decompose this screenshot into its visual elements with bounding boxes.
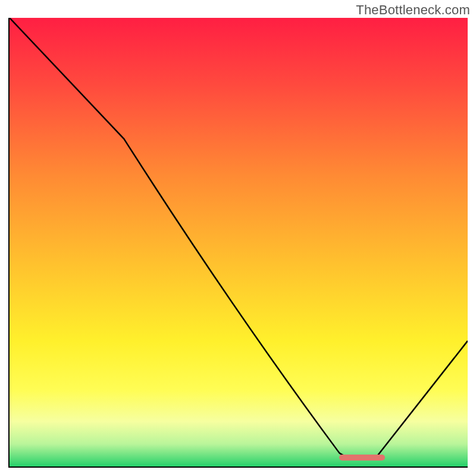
optimal-range-marker: [339, 455, 385, 461]
bottleneck-curve: [10, 18, 468, 466]
chart-plot-area: [8, 18, 468, 468]
watermark-text: TheBottleneck.com: [356, 2, 470, 18]
